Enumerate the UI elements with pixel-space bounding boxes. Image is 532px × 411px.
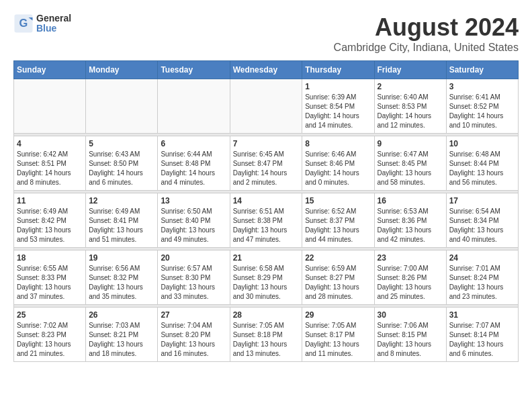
calendar-day-cell: 15Sunrise: 6:52 AM Sunset: 8:37 PM Dayli… [302,193,374,248]
logo: G General Blue [13,13,71,34]
calendar-day-cell: 21Sunrise: 6:58 AM Sunset: 8:29 PM Dayli… [230,250,302,305]
day-info: Sunrise: 6:41 AM Sunset: 8:52 PM Dayligh… [449,93,515,130]
day-number: 1 [305,82,371,91]
calendar-day-cell: 16Sunrise: 6:53 AM Sunset: 8:36 PM Dayli… [374,193,446,248]
day-number: 15 [305,196,371,205]
logo-general-text: General [36,13,71,24]
day-info: Sunrise: 6:54 AM Sunset: 8:34 PM Dayligh… [449,207,515,244]
calendar-day-cell [158,79,230,134]
day-info: Sunrise: 6:49 AM Sunset: 8:41 PM Dayligh… [89,207,154,244]
calendar-weekday-header: Friday [374,61,446,79]
calendar-day-cell [230,79,302,134]
day-info: Sunrise: 6:59 AM Sunset: 8:27 PM Dayligh… [305,264,371,302]
calendar-day-cell: 7Sunrise: 6:45 AM Sunset: 8:47 PM Daylig… [230,136,302,191]
logo-blue-text: Blue [36,24,71,34]
calendar-day-cell: 19Sunrise: 6:56 AM Sunset: 8:32 PM Dayli… [86,250,158,305]
day-number: 22 [305,253,371,263]
day-info: Sunrise: 6:46 AM Sunset: 8:46 PM Dayligh… [305,150,371,187]
day-info: Sunrise: 6:44 AM Sunset: 8:48 PM Dayligh… [161,150,226,187]
day-info: Sunrise: 7:07 AM Sunset: 8:14 PM Dayligh… [449,321,515,359]
day-info: Sunrise: 7:04 AM Sunset: 8:20 PM Dayligh… [161,321,226,359]
calendar-week-row: 11Sunrise: 6:49 AM Sunset: 8:42 PM Dayli… [14,193,519,248]
calendar-week-row: 4Sunrise: 6:42 AM Sunset: 8:51 PM Daylig… [14,136,519,191]
calendar-day-cell: 3Sunrise: 6:41 AM Sunset: 8:52 PM Daylig… [446,79,518,134]
svg-text:G: G [19,17,28,29]
calendar-day-cell: 27Sunrise: 7:04 AM Sunset: 8:20 PM Dayli… [158,308,230,362]
calendar-day-cell: 12Sunrise: 6:49 AM Sunset: 8:41 PM Dayli… [86,193,158,248]
day-number: 5 [89,139,154,148]
month-title: August 2024 [334,13,519,42]
calendar-day-cell: 24Sunrise: 7:01 AM Sunset: 8:24 PM Dayli… [446,250,518,305]
calendar-day-cell: 2Sunrise: 6:40 AM Sunset: 8:53 PM Daylig… [374,79,446,134]
day-info: Sunrise: 6:52 AM Sunset: 8:37 PM Dayligh… [305,207,371,244]
page-header: G General Blue August 2024 Cambridge Cit… [13,13,519,54]
day-info: Sunrise: 6:42 AM Sunset: 8:51 PM Dayligh… [17,150,83,187]
day-info: Sunrise: 7:01 AM Sunset: 8:24 PM Dayligh… [449,264,515,302]
calendar-day-cell: 9Sunrise: 6:47 AM Sunset: 8:45 PM Daylig… [374,136,446,191]
day-info: Sunrise: 6:48 AM Sunset: 8:44 PM Dayligh… [449,150,515,187]
day-info: Sunrise: 6:57 AM Sunset: 8:30 PM Dayligh… [161,264,226,302]
calendar-day-cell: 17Sunrise: 6:54 AM Sunset: 8:34 PM Dayli… [446,193,518,248]
day-info: Sunrise: 6:39 AM Sunset: 8:54 PM Dayligh… [305,93,371,130]
day-number: 13 [161,196,226,205]
day-number: 11 [17,196,83,205]
calendar-weekday-header: Saturday [446,61,518,79]
calendar-body: 1Sunrise: 6:39 AM Sunset: 8:54 PM Daylig… [14,79,519,362]
day-number: 8 [305,139,371,148]
calendar-day-cell: 26Sunrise: 7:03 AM Sunset: 8:21 PM Dayli… [86,308,158,362]
day-number: 14 [233,196,300,205]
day-info: Sunrise: 7:03 AM Sunset: 8:21 PM Dayligh… [89,321,154,359]
day-number: 7 [233,139,300,148]
day-number: 25 [17,310,83,320]
day-info: Sunrise: 6:51 AM Sunset: 8:38 PM Dayligh… [233,207,300,244]
calendar-weekday-header: Wednesday [230,61,302,79]
title-block: August 2024 Cambridge City, Indiana, Uni… [334,13,519,54]
calendar-day-cell: 4Sunrise: 6:42 AM Sunset: 8:51 PM Daylig… [14,136,86,191]
calendar-day-cell: 29Sunrise: 7:05 AM Sunset: 8:17 PM Dayli… [302,308,374,362]
day-info: Sunrise: 6:55 AM Sunset: 8:33 PM Dayligh… [17,264,83,302]
calendar-day-cell: 28Sunrise: 7:05 AM Sunset: 8:18 PM Dayli… [230,308,302,362]
calendar-day-cell [14,79,86,134]
location: Cambridge City, Indiana, United States [334,42,519,54]
day-number: 30 [378,310,443,320]
calendar-weekday-header: Thursday [302,61,374,79]
calendar-week-row: 25Sunrise: 7:02 AM Sunset: 8:23 PM Dayli… [14,308,519,362]
calendar-day-cell: 23Sunrise: 7:00 AM Sunset: 8:26 PM Dayli… [374,250,446,305]
day-number: 4 [17,139,83,148]
day-number: 29 [305,310,371,320]
day-number: 10 [449,139,515,148]
calendar-week-row: 18Sunrise: 6:55 AM Sunset: 8:33 PM Dayli… [14,250,519,305]
day-info: Sunrise: 6:50 AM Sunset: 8:40 PM Dayligh… [161,207,226,244]
calendar-day-cell: 10Sunrise: 6:48 AM Sunset: 8:44 PM Dayli… [446,136,518,191]
day-number: 17 [449,196,515,205]
calendar-day-cell: 31Sunrise: 7:07 AM Sunset: 8:14 PM Dayli… [446,308,518,362]
day-number: 2 [378,82,443,91]
day-number: 18 [17,253,83,263]
calendar-week-row: 1Sunrise: 6:39 AM Sunset: 8:54 PM Daylig… [14,79,519,134]
day-info: Sunrise: 6:58 AM Sunset: 8:29 PM Dayligh… [233,264,300,302]
day-info: Sunrise: 6:56 AM Sunset: 8:32 PM Dayligh… [89,264,154,302]
day-number: 24 [449,253,515,263]
day-number: 16 [378,196,443,205]
calendar-day-cell: 30Sunrise: 7:06 AM Sunset: 8:15 PM Dayli… [374,308,446,362]
day-info: Sunrise: 6:45 AM Sunset: 8:47 PM Dayligh… [233,150,300,187]
calendar-weekday-header: Monday [86,61,158,79]
calendar-day-cell: 18Sunrise: 6:55 AM Sunset: 8:33 PM Dayli… [14,250,86,305]
calendar-day-cell: 8Sunrise: 6:46 AM Sunset: 8:46 PM Daylig… [302,136,374,191]
calendar-day-cell: 6Sunrise: 6:44 AM Sunset: 8:48 PM Daylig… [158,136,230,191]
day-info: Sunrise: 6:53 AM Sunset: 8:36 PM Dayligh… [378,207,443,244]
day-number: 3 [449,82,515,91]
day-number: 21 [233,253,300,263]
calendar-weekday-header: Sunday [14,61,86,79]
day-number: 12 [89,196,154,205]
calendar-day-cell: 20Sunrise: 6:57 AM Sunset: 8:30 PM Dayli… [158,250,230,305]
day-info: Sunrise: 7:00 AM Sunset: 8:26 PM Dayligh… [378,264,443,302]
calendar-day-cell: 11Sunrise: 6:49 AM Sunset: 8:42 PM Dayli… [14,193,86,248]
day-info: Sunrise: 6:40 AM Sunset: 8:53 PM Dayligh… [378,93,443,130]
calendar-header-row: SundayMondayTuesdayWednesdayThursdayFrid… [14,61,519,79]
day-number: 23 [378,253,443,263]
calendar-day-cell: 14Sunrise: 6:51 AM Sunset: 8:38 PM Dayli… [230,193,302,248]
day-number: 19 [89,253,154,263]
day-info: Sunrise: 6:49 AM Sunset: 8:42 PM Dayligh… [17,207,83,244]
day-info: Sunrise: 6:43 AM Sunset: 8:50 PM Dayligh… [89,150,154,187]
